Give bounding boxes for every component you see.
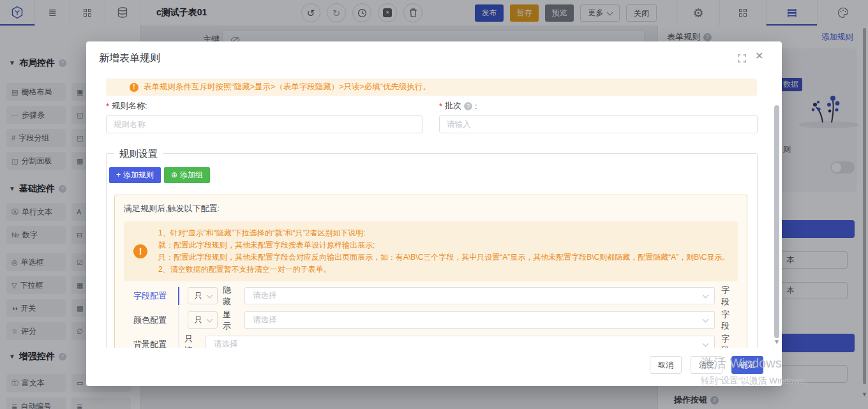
chevron-down-icon	[206, 316, 213, 322]
close-dialog-button[interactable]: ✕	[755, 50, 763, 62]
explanation-note: ! 1、针对“显示”和“隐藏”下拉选择的“就”和“只”2者区别如下说明: 就：配…	[124, 221, 738, 281]
dialog-footer: 取消 清空 确定	[86, 348, 782, 386]
colon: :	[475, 101, 477, 111]
close-icon: ✕	[755, 50, 763, 61]
select-placeholder: 请选择	[253, 290, 277, 301]
chevron-down-icon	[703, 340, 709, 346]
add-form-rule-dialog: 新增表单规则 ✕ ! 表单规则条件互斥时按照“隐藏>显示>（表单字段隐藏）>只读…	[86, 41, 782, 386]
tab-color-config[interactable]: 颜色配置	[124, 311, 178, 336]
warning-icon: !	[130, 83, 138, 92]
add-rule-button[interactable]: + 添加规则	[109, 167, 161, 183]
dialog-body: 新增表单规则 ✕ ! 表单规则条件互斥时按照“隐藏>显示>（表单字段隐藏）>只读…	[86, 41, 782, 348]
config-area: 字段配置 颜色配置 背景配置 只 隐藏 请选择 字段 只	[124, 287, 738, 348]
hide-fields-select[interactable]: 请选择	[244, 287, 715, 304]
hide-m ode-select[interactable]: 只	[188, 287, 218, 304]
add-rule-button-label: 添加规则	[123, 167, 154, 183]
readonly-label: 只读	[184, 333, 201, 348]
mode-value: 只	[195, 315, 202, 325]
hide-rule-row: 只 隐藏 请选择 字段	[184, 287, 738, 304]
rule-name-input[interactable]	[106, 115, 423, 133]
select-placeholder: 请选择	[253, 315, 277, 325]
select-placeholder: 请选择	[214, 339, 238, 348]
field-suffix: 字段	[721, 309, 738, 332]
priority-alert: ! 表单规则条件互斥时按照“隐藏>显示>（表单字段隐藏）>只读>必填”优先级执行…	[106, 78, 757, 96]
config-rows: 只 隐藏 请选择 字段 只 显示 请选择 字段 只读	[184, 287, 738, 348]
required-asterisk: *	[439, 101, 442, 111]
field-suffix: 字段	[721, 285, 738, 308]
rule-buttons: + 添加规则 ⊕ 添加组	[109, 167, 210, 183]
plus-circle-icon: ⊕	[171, 167, 177, 183]
fullscreen-icon	[738, 54, 746, 63]
clear-button[interactable]: 清空	[691, 356, 722, 374]
add-group-button-label: 添加组	[180, 167, 203, 183]
plus-icon: +	[116, 167, 121, 183]
trigger-config-panel: 满足规则后,触发以下配置: ! 1、针对“显示”和“隐藏”下拉选择的“就”和“只…	[114, 195, 747, 348]
required-asterisk: *	[106, 101, 109, 111]
cancel-button[interactable]: 取消	[650, 356, 682, 374]
help-icon: ?	[464, 102, 472, 110]
note-line: 1、针对“显示”和“隐藏”下拉选择的“就”和“只”2者区别如下说明:	[158, 227, 730, 239]
fullscreen-button[interactable]	[738, 54, 746, 63]
readonly-rule-row: 只读 请选择 字段	[184, 336, 738, 348]
show-fields-select[interactable]: 请选择	[244, 311, 715, 329]
config-tabs: 字段配置 颜色配置 背景配置	[124, 287, 179, 348]
rule-name-label: * 规则名称:	[106, 100, 147, 112]
warning-icon: !	[133, 244, 147, 258]
dialog-scrollbar[interactable]	[774, 105, 779, 338]
field-suffix: 字段	[721, 333, 738, 348]
dialog-title: 新增表单规则	[99, 52, 160, 65]
rule-settings-fieldset: 规则设置 + 添加规则 ⊕ 添加组 满足规则后,触发以下配置: ! 1、针对“显…	[106, 153, 758, 348]
add-group-button[interactable]: ⊕ 添加组	[164, 167, 210, 183]
tab-background-config[interactable]: 背景配置	[124, 336, 178, 348]
readonly-fields-select[interactable]: 请选择	[206, 336, 715, 348]
rule-settings-legend: 规则设置	[114, 148, 163, 160]
note-line: 就：配置此字段规则，其他未配置字段按表单设计原样输出展示;	[158, 239, 730, 251]
scroll-down-icon[interactable]: ▼	[774, 339, 780, 345]
chevron-down-icon	[206, 292, 213, 298]
show-rule-row: 只 显示 请选择 字段	[184, 311, 738, 329]
note-lines: 1、针对“显示”和“隐藏”下拉选择的“就”和“只”2者区别如下说明: 就：配置此…	[158, 227, 730, 276]
alert-text: 表单规则条件互斥时按照“隐藏>显示>（表单字段隐藏）>只读>必填”优先级执行。	[144, 82, 431, 93]
chevron-down-icon	[703, 316, 709, 322]
tab-field-config[interactable]: 字段配置	[124, 287, 178, 311]
batch-input[interactable]	[439, 115, 758, 133]
hide-label: 隐藏	[223, 285, 239, 308]
batch-label: * 批次 ? :	[439, 100, 477, 112]
batch-label-text: 批次	[445, 100, 461, 112]
show-label: 显示	[223, 309, 239, 332]
active-tab-indicator	[178, 287, 179, 305]
show-mode-select[interactable]: 只	[188, 311, 218, 329]
confirm-button[interactable]: 确定	[731, 356, 763, 374]
note-line: 只：配置此字段规则，其他未配置字段会对应反向输出页面展示，如：有A\B\C三个字…	[158, 251, 730, 264]
mode-value: 只	[195, 290, 202, 301]
trigger-title: 满足规则后,触发以下配置:	[124, 203, 738, 214]
note-line: 2、清空数据的配置暂不支持清空一对一的子表单。	[158, 264, 730, 276]
chevron-down-icon	[703, 292, 709, 298]
rule-name-label-text: 规则名称:	[112, 100, 147, 112]
